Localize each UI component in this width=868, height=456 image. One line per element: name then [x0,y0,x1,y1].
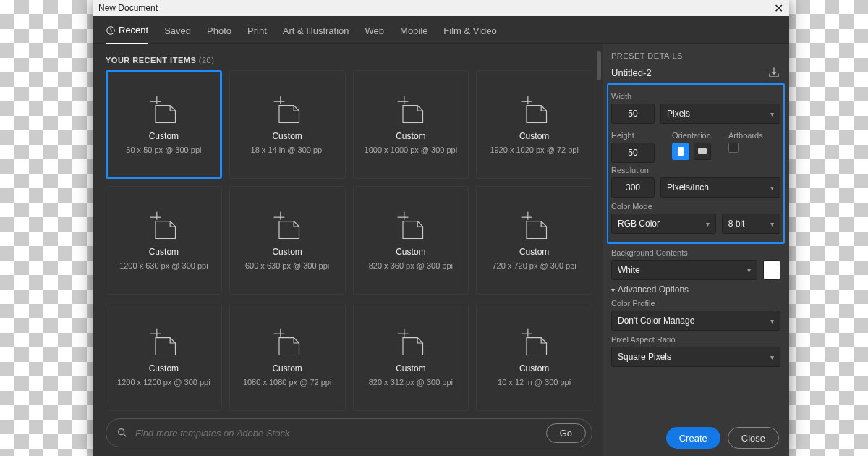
document-icon [519,211,550,242]
preset-title: Custom [396,363,425,373]
width-input[interactable] [611,104,655,124]
tab-web[interactable]: Web [365,25,385,43]
close-button[interactable]: Close [728,427,779,449]
tab-mobile[interactable]: Mobile [400,25,427,43]
chevron-down-icon: ▾ [770,110,774,118]
category-tabs: RecentSavedPhotoPrintArt & IllustrationW… [93,16,789,44]
document-icon [271,327,303,359]
document-icon [395,327,427,359]
background-swatch[interactable] [763,260,780,280]
preset-name[interactable]: Untitled-2 [611,67,652,78]
preset-dimensions: 18 x 14 in @ 300 ppi [251,145,324,154]
preset-card[interactable]: Custom1000 x 1000 px @ 300 ppi [353,70,469,179]
section-count: (20) [199,56,215,64]
height-input[interactable] [611,143,655,163]
preset-title: Custom [519,131,549,141]
preset-dimensions: 1200 x 1200 px @ 300 ppi [117,378,210,387]
preset-title: Custom [149,363,179,373]
color-mode-label: Color Mode [611,202,780,211]
preset-dimensions: 10 x 12 in @ 300 ppi [498,378,571,387]
presets-panel: YOUR RECENT ITEMS (20) Custom50 x 50 px … [93,44,603,456]
preset-card[interactable]: Custom820 x 360 px @ 300 ppi [353,186,469,295]
preset-card[interactable]: Custom1200 x 630 px @ 300 ppi [106,186,222,295]
preset-dimensions: 50 x 50 px @ 300 ppi [126,145,201,154]
preset-title: Custom [272,363,302,373]
tab-photo[interactable]: Photo [207,25,231,43]
preset-dimensions: 1000 x 1000 px @ 300 ppi [365,145,458,154]
orientation-landscape-button[interactable] [694,143,711,160]
svg-rect-27 [678,147,684,156]
color-profile-label: Color Profile [611,299,780,308]
width-unit-select[interactable]: Pixels▾ [660,104,780,124]
artboards-checkbox[interactable] [728,143,739,153]
document-icon [395,95,427,127]
preset-dimensions: 1080 x 1080 px @ 72 ppi [243,378,331,387]
tab-print[interactable]: Print [247,25,267,43]
preset-card[interactable]: Custom18 x 14 in @ 300 ppi [229,70,346,179]
preset-dimensions: 720 x 720 px @ 300 ppi [492,261,576,270]
artboards-label: Artboards [728,131,763,140]
width-label: Width [611,92,780,101]
preset-card[interactable]: Custom10 x 12 in @ 300 ppi [476,303,592,411]
resolution-unit-select[interactable]: Pixels/Inch▾ [660,177,780,198]
chevron-down-icon: ▾ [770,184,774,192]
preset-card[interactable]: Custom1200 x 1200 px @ 300 ppi [106,303,222,411]
background-select[interactable]: White▾ [611,260,757,280]
dialog-footer: Create Close [603,420,789,449]
document-icon [148,211,179,242]
advanced-options-toggle[interactable]: ▾ Advanced Options [611,284,780,295]
section-label: YOUR RECENT ITEMS [106,56,196,64]
orientation-label: Orientation [672,131,711,140]
preset-card[interactable]: Custom600 x 630 px @ 300 ppi [229,186,346,295]
stock-search-input[interactable] [135,428,539,439]
preset-title: Custom [396,131,425,141]
preset-dimensions: 820 x 312 px @ 300 ppi [369,378,453,387]
bit-depth-select[interactable]: 8 bit▾ [722,214,780,234]
new-document-dialog: New Document ✕ RecentSavedPhotoPrintArt … [93,0,789,456]
tab-recent[interactable]: Recent [106,25,148,44]
preset-card[interactable]: Custom1080 x 1080 px @ 72 ppi [229,303,346,411]
chevron-down-icon: ▾ [770,317,774,325]
preset-card[interactable]: Custom50 x 50 px @ 300 ppi [106,70,222,179]
document-icon [519,95,550,127]
document-icon [519,327,550,359]
tab-film-video[interactable]: Film & Video [443,25,496,43]
clock-icon [106,25,116,35]
resolution-input[interactable] [611,177,655,198]
document-icon [395,211,427,242]
document-icon [148,327,179,359]
svg-point-25 [119,429,124,435]
titlebar: New Document ✕ [93,0,789,16]
tab-saved[interactable]: Saved [164,25,191,43]
document-icon [148,95,179,127]
create-button[interactable]: Create [666,427,720,449]
preset-card[interactable]: Custom1920 x 1020 px @ 72 ppi [476,70,592,179]
preset-dimensions: 820 x 360 px @ 300 ppi [369,261,453,270]
stock-go-button[interactable]: Go [546,423,586,443]
preset-card[interactable]: Custom820 x 312 px @ 300 ppi [353,303,469,411]
chevron-down-icon: ▾ [770,220,774,228]
window-title: New Document [98,3,158,13]
close-icon[interactable]: ✕ [774,1,783,15]
pixel-aspect-label: Pixel Aspect Ratio [611,335,780,344]
preset-details-panel: PRESET DETAILS Untitled-2 Width Pixels▾ [603,44,789,456]
preset-dimensions: 868 x 456 px @ 300 ppi [119,261,208,270]
height-label: Height [611,131,655,140]
preset-dimensions: 1920 x 1020 px @ 72 ppi [490,145,578,154]
color-profile-select[interactable]: Don't Color Manage▾ [611,311,780,331]
search-icon [116,427,128,439]
preset-card[interactable]: Custom720 x 720 px @ 300 ppi [476,186,592,295]
scrollbar-thumb[interactable] [597,51,601,80]
highlighted-settings: Width Pixels▾ Height Orientatio [607,83,785,244]
save-preset-icon[interactable] [767,66,780,79]
document-icon [271,95,303,127]
tab-art-illustration[interactable]: Art & Illustration [283,25,349,43]
preset-title: Custom [149,247,179,257]
chevron-down-icon: ▾ [747,266,751,274]
preset-dimensions: 600 x 630 px @ 300 ppi [245,261,329,270]
pixel-aspect-select[interactable]: Square Pixels▾ [611,347,780,367]
background-label: Background Contents [611,248,780,257]
preset-title: Custom [396,247,425,257]
orientation-portrait-button[interactable] [672,143,689,160]
color-mode-select[interactable]: RGB Color▾ [611,214,716,234]
